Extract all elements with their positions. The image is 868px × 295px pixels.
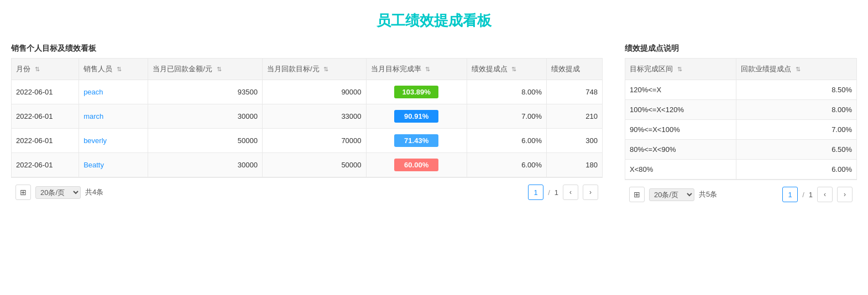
right-page-sep: / [802, 191, 804, 199]
col-commission-point[interactable]: 回款业绩提成点 ⇅ [736, 59, 857, 80]
sort-icon-collected: ⇅ [217, 66, 222, 73]
cell-salesperson[interactable]: peach [79, 80, 148, 104]
col-month[interactable]: 月份 ⇅ [12, 59, 79, 80]
cell-commission: 210 [547, 104, 603, 129]
cell-range: 90%<=X<100% [625, 120, 736, 140]
right-total-pages: 1 [809, 191, 813, 199]
sort-icon-range: ⇅ [677, 66, 682, 73]
table-row: 2022-06-01 peach 93500 90000 103.89% 8.0… [12, 80, 603, 104]
cell-collected: 30000 [148, 153, 263, 177]
left-section-title: 销售个人目标及绩效看板 [11, 44, 603, 54]
cell-commission-rate: 8.00% [467, 80, 546, 104]
cell-range: 100%<=X<120% [625, 100, 736, 120]
table-row: 2022-06-01 march 30000 33000 90.91% 7.00… [12, 104, 603, 129]
left-total-pages: 1 [555, 188, 558, 197]
cell-commission-rate: 6.00% [467, 129, 546, 153]
cell-completion: 71.43% [366, 129, 467, 153]
cell-month: 2022-06-01 [12, 104, 79, 129]
right-pagination: ⊞ 20条/页 50条/页 100条/页 共5条 1 / 1 ‹ › [625, 180, 857, 209]
cell-salesperson[interactable]: march [79, 104, 148, 129]
cell-range: 80%<=X<90% [625, 140, 736, 160]
left-layout-icon[interactable]: ⊞ [15, 185, 31, 200]
cell-month: 2022-06-01 [12, 80, 79, 104]
left-table-header-row: 月份 ⇅ 销售人员 ⇅ 当月已回款金额/元 ⇅ 当月回款目标/元 ⇅ [12, 59, 603, 80]
left-next-btn[interactable]: › [583, 185, 598, 200]
cell-target: 70000 [262, 129, 366, 153]
table-row: 2022-06-01 beverly 50000 70000 71.43% 6.… [12, 129, 603, 153]
right-current-page: 1 [782, 187, 798, 202]
sort-icon-month: ⇅ [35, 66, 40, 73]
col-target[interactable]: 当月回款目标/元 ⇅ [262, 59, 366, 80]
main-layout: 销售个人目标及绩效看板 月份 ⇅ 销售人员 ⇅ 当月已回款金额/元 ⇅ [11, 44, 857, 209]
cell-completion: 90.91% [366, 104, 467, 129]
right-table: 目标完成区间 ⇅ 回款业绩提成点 ⇅ 120%<=X 8.50% 100%<=X… [625, 58, 857, 180]
cell-commission-point: 6.00% [736, 160, 857, 180]
sort-icon-commission-point: ⇅ [796, 66, 801, 73]
cell-commission-point: 8.00% [736, 100, 857, 120]
col-commission: 绩效提成 [547, 59, 603, 80]
right-panel: 绩效提成点说明 目标完成区间 ⇅ 回款业绩提成点 ⇅ 120%<=X 8.50% [625, 44, 857, 209]
left-total: 共4条 [85, 187, 103, 197]
sort-icon-commission-rate: ⇅ [511, 66, 516, 73]
cell-commission-rate: 7.00% [467, 104, 546, 129]
cell-commission-point: 6.50% [736, 140, 857, 160]
table-row: 80%<=X<90% 6.50% [625, 140, 857, 160]
left-panel: 销售个人目标及绩效看板 月份 ⇅ 销售人员 ⇅ 当月已回款金额/元 ⇅ [11, 44, 603, 207]
cell-commission-rate: 6.00% [467, 153, 546, 177]
cell-collected: 93500 [148, 80, 263, 104]
col-commission-rate[interactable]: 绩效提成点 ⇅ [467, 59, 546, 80]
cell-commission: 300 [547, 129, 603, 153]
cell-salesperson[interactable]: beverly [79, 129, 148, 153]
table-row: X<80% 6.00% [625, 160, 857, 180]
cell-commission-point: 7.00% [736, 120, 857, 140]
cell-salesperson[interactable]: Beatty [79, 153, 148, 177]
sort-icon-completion: ⇅ [425, 66, 430, 73]
right-total: 共5条 [699, 189, 717, 199]
left-current-page: 1 [528, 185, 543, 200]
left-per-page-select[interactable]: 20条/页 50条/页 100条/页 [35, 186, 81, 199]
cell-month: 2022-06-01 [12, 153, 79, 177]
cell-range: X<80% [625, 160, 736, 180]
sort-icon-target: ⇅ [323, 66, 328, 73]
col-completion[interactable]: 当月目标完成率 ⇅ [366, 59, 467, 80]
table-row: 2022-06-01 Beatty 30000 50000 60.00% 6.0… [12, 153, 603, 177]
cell-month: 2022-06-01 [12, 129, 79, 153]
cell-target: 50000 [262, 153, 366, 177]
col-collected[interactable]: 当月已回款金额/元 ⇅ [148, 59, 263, 80]
cell-target: 33000 [262, 104, 366, 129]
right-section-title: 绩效提成点说明 [625, 44, 857, 54]
table-row: 90%<=X<100% 7.00% [625, 120, 857, 140]
cell-commission: 748 [547, 80, 603, 104]
cell-collected: 50000 [148, 129, 263, 153]
right-per-page[interactable]: 20条/页 50条/页 100条/页 [649, 188, 694, 201]
col-salesperson[interactable]: 销售人员 ⇅ [79, 59, 148, 80]
left-pagination: ⊞ 20条/页 50条/页 100条/页 共4条 1 / 1 ‹ › [11, 177, 603, 207]
page-title: 员工绩效提成看板 [11, 11, 857, 30]
left-page-sep: / [548, 188, 550, 197]
right-prev-btn[interactable]: ‹ [817, 187, 833, 202]
table-row: 100%<=X<120% 8.00% [625, 100, 857, 120]
cell-commission-point: 8.50% [736, 80, 857, 100]
right-per-page-select[interactable]: 20条/页 50条/页 100条/页 [649, 188, 694, 201]
cell-target: 90000 [262, 80, 366, 104]
right-next-btn[interactable]: › [837, 187, 853, 202]
cell-collected: 30000 [148, 104, 263, 129]
left-table: 月份 ⇅ 销售人员 ⇅ 当月已回款金额/元 ⇅ 当月回款目标/元 ⇅ [11, 58, 603, 177]
left-per-page[interactable]: 20条/页 50条/页 100条/页 [35, 186, 81, 199]
cell-completion: 60.00% [366, 153, 467, 177]
right-layout-icon[interactable]: ⊞ [629, 187, 645, 202]
cell-commission: 180 [547, 153, 603, 177]
table-row: 120%<=X 8.50% [625, 80, 857, 100]
col-range[interactable]: 目标完成区间 ⇅ [625, 59, 736, 80]
cell-completion: 103.89% [366, 80, 467, 104]
sort-icon-salesperson: ⇅ [117, 66, 122, 73]
left-prev-btn[interactable]: ‹ [563, 185, 578, 200]
cell-range: 120%<=X [625, 80, 736, 100]
right-table-header-row: 目标完成区间 ⇅ 回款业绩提成点 ⇅ [625, 59, 857, 80]
